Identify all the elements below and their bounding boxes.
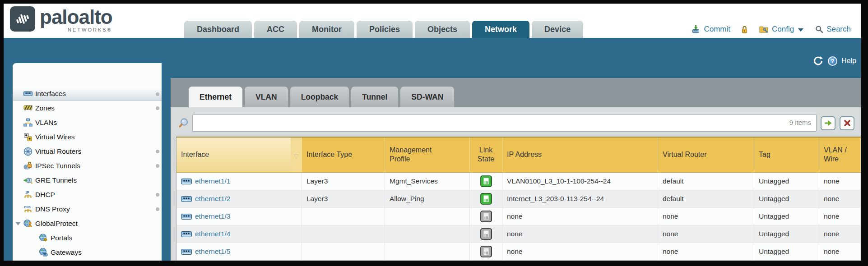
virtual-wires-icon — [23, 133, 32, 142]
ipsec-tunnels-icon — [23, 161, 32, 170]
sidebar-item-virtual-wires[interactable]: Virtual Wires — [13, 130, 162, 144]
status-dot — [156, 164, 159, 168]
sidebar-item-ipsec-tunnels[interactable]: IPSec Tunnels — [13, 159, 162, 173]
commit-icon[interactable] — [691, 25, 701, 34]
svg-text:IP: IP — [26, 190, 29, 195]
column-header-label: Tag — [759, 150, 771, 159]
column-header-tag[interactable]: Tag — [754, 138, 819, 172]
cell-value: none — [824, 248, 839, 256]
column-header-interface-type[interactable]: Interface Type — [302, 138, 385, 172]
paloalto-logo: paloalto NETWORKS® — [10, 6, 112, 32]
sidebar-item-dhcp[interactable]: IPDHCP — [13, 188, 162, 202]
cell-value: none — [507, 248, 522, 256]
search-icon[interactable] — [815, 25, 823, 33]
paloalto-logo-icon — [10, 6, 35, 32]
help-link[interactable]: Help — [841, 57, 856, 65]
column-header-label: Interface Type — [306, 150, 352, 159]
column-header-label: Virtual Router — [663, 150, 707, 159]
tab-ethernet[interactable]: Ethernet — [189, 87, 242, 107]
cell-value: Untagged — [759, 248, 789, 256]
clear-filter-button[interactable] — [840, 116, 854, 130]
vlans-icon — [23, 118, 32, 127]
table-row[interactable]: ethernet1/1Layer3Mgmt_ServicesVLAN0100_L… — [176, 173, 861, 190]
zones-icon — [23, 104, 32, 113]
port-icon — [181, 231, 192, 237]
config-icon[interactable] — [759, 25, 769, 34]
sidebar-item-portals[interactable]: Portals — [13, 231, 162, 245]
tab-network[interactable]: Network — [472, 21, 529, 38]
sidebar-item-gre-tunnels[interactable]: GRE Tunnels — [13, 173, 162, 188]
column-header-interface[interactable]: Interface — [176, 138, 291, 172]
column-header-virtual-router[interactable]: Virtual Router — [658, 138, 754, 172]
interface-link[interactable]: ethernet1/1 — [195, 177, 230, 185]
column-header-ip-address[interactable]: IP Address — [502, 138, 658, 172]
portals-icon — [39, 234, 48, 243]
help-icon[interactable]: ? — [828, 56, 837, 66]
main-nav-tabs: DashboardACCMonitorPoliciesObjectsNetwor… — [184, 21, 583, 38]
main-panel: EthernetVLANLoopbackTunnelSD-WAN 9 items… — [171, 78, 861, 261]
sidebar-item-label: DHCP — [35, 191, 55, 199]
sidebar-item-interfaces[interactable]: Interfaces — [13, 87, 162, 101]
tab-monitor[interactable]: Monitor — [299, 21, 354, 38]
cell-value: none — [824, 212, 839, 220]
sidebar-item-dns-proxy[interactable]: DNSDNS Proxy — [13, 202, 162, 216]
svg-text:DNS: DNS — [24, 206, 31, 209]
sidebar-item-label: Gateways — [51, 248, 82, 257]
tab-dashboard[interactable]: Dashboard — [184, 21, 252, 38]
tab-objects[interactable]: Objects — [415, 21, 470, 38]
virtual-routers-icon — [23, 147, 32, 156]
filter-input[interactable] — [192, 115, 817, 132]
link-up-icon — [480, 175, 492, 187]
config-caret-icon[interactable] — [798, 28, 803, 32]
cell-value: none — [663, 248, 678, 256]
sidebar-item-virtual-routers[interactable]: Virtual Routers — [13, 144, 162, 159]
lock-icon[interactable] — [740, 25, 749, 34]
column-header-link-state[interactable]: Link State — [470, 138, 502, 172]
filter-search-icon[interactable] — [179, 117, 190, 129]
interface-link[interactable]: ethernet1/4 — [195, 230, 230, 238]
tab-sd-wan[interactable]: SD-WAN — [400, 87, 454, 107]
search-button[interactable]: Search — [826, 25, 851, 34]
cell-value: VLAN0100_L3_10-1-100-254--24 — [507, 177, 611, 185]
tab-loopback[interactable]: Loopback — [290, 87, 349, 107]
column-header-label: Link State — [474, 146, 497, 164]
column-header-management-profile[interactable]: Management Profile — [385, 138, 470, 172]
dns-proxy-icon: DNS — [23, 205, 32, 214]
filter-bar: 9 items — [177, 113, 854, 133]
tab-acc[interactable]: ACC — [254, 21, 297, 38]
tab-device[interactable]: Device — [532, 21, 583, 38]
table-row[interactable]: ethernet1/3nonenoneUntaggednone — [176, 208, 861, 225]
table-row[interactable]: ethernet1/5nonenoneUntaggednone — [176, 243, 861, 261]
refresh-icon[interactable] — [813, 56, 824, 66]
sidebar-item-globalprotect[interactable]: GlobalProtect — [13, 216, 162, 231]
sidebar-item-zones[interactable]: Zones — [13, 101, 162, 115]
item-count: 9 items — [789, 119, 811, 126]
tab-policies[interactable]: Policies — [357, 21, 413, 38]
interface-link[interactable]: ethernet1/2 — [195, 195, 230, 203]
table-row[interactable]: ethernet1/2Layer3Allow_PingInternet_L3_2… — [176, 190, 861, 208]
globalprotect-icon — [23, 219, 32, 228]
link-down-icon — [480, 228, 492, 240]
cell-value: none — [663, 212, 678, 220]
config-button[interactable]: Config — [772, 25, 794, 34]
commit-button[interactable]: Commit — [704, 25, 730, 34]
dhcp-icon: IP — [23, 190, 32, 199]
sort-arrow-icon[interactable] — [291, 138, 302, 172]
link-down-icon — [480, 211, 492, 222]
port-icon — [181, 179, 192, 184]
interface-link[interactable]: ethernet1/5 — [195, 248, 230, 256]
tab-tunnel[interactable]: Tunnel — [351, 87, 398, 107]
sidebar-item-gateways[interactable]: Gateways — [13, 245, 162, 260]
port-icon — [181, 196, 192, 202]
table-row[interactable]: ethernet1/4nonenoneUntaggednone — [176, 225, 861, 243]
network-sidebar: InterfacesZonesVLANsVirtual WiresVirtual… — [13, 63, 162, 261]
sidebar-item-label: IPSec Tunnels — [35, 162, 80, 170]
apply-filter-button[interactable] — [821, 116, 836, 130]
status-dot — [156, 106, 159, 110]
expander-down-icon[interactable] — [15, 222, 21, 225]
sidebar-item-vlans[interactable]: VLANs — [13, 115, 162, 130]
tab-vlan[interactable]: VLAN — [245, 87, 288, 107]
table-header-row: InterfaceInterface TypeManagement Profil… — [176, 138, 861, 173]
interface-link[interactable]: ethernet1/3 — [195, 212, 230, 220]
column-header-vlan-wire[interactable]: VLAN / Wire — [819, 138, 861, 172]
